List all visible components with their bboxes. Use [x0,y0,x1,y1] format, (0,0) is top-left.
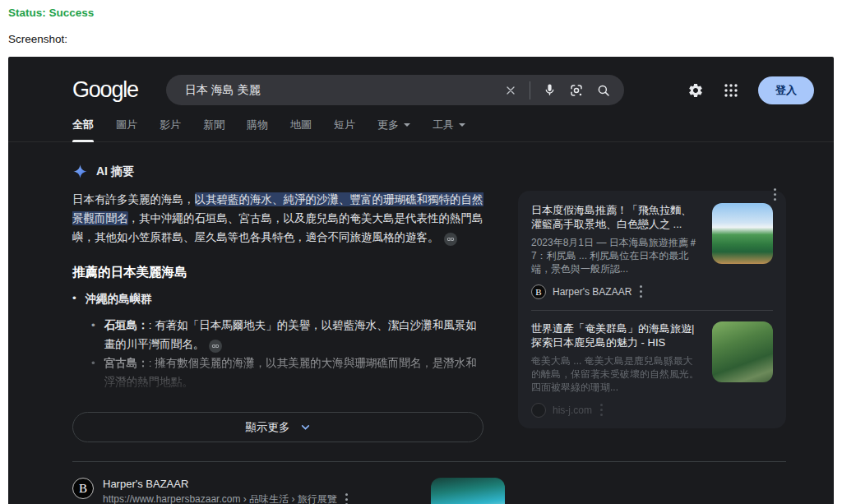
card-menu-icon[interactable] [638,284,644,299]
tab-more-label: 更多 [377,118,399,132]
sign-in-button[interactable]: 登入 [758,76,814,104]
card-snippet: 2023年8月1日 — 日本海島旅遊推薦＃7：利尻島 ... 利尻島位在日本的最… [531,236,701,275]
result-thumbnail-beach[interactable] [431,478,505,504]
sparkle-icon [72,164,88,179]
card-thumbnail-train[interactable] [712,203,773,264]
result-menu-icon[interactable] [344,492,349,504]
google-header: Google 日本 海島 美麗 [8,57,834,105]
card-menu-icon[interactable] [599,402,604,418]
screenshot: Google 日本 海島 美麗 [8,57,834,504]
section-divider [72,461,786,462]
tab-tools-label: 工具 [433,118,454,132]
island-name: 宮古島： [104,357,149,369]
island-list: 石垣島：: 有著如「日本馬爾地夫」的美譽，以碧藍海水、潔白沙灘和風景如畫的川平灣… [72,316,483,391]
lens-camera-icon[interactable] [569,83,584,98]
card-harpers[interactable]: 日本度假海島推薦！「飛魚拉麵、灌籃高手取景地、白色戀人之 ... 2023年8月… [531,203,773,299]
card-title[interactable]: 日本度假海島推薦！「飛魚拉麵、灌籃高手取景地、白色戀人之 ... [531,203,701,231]
searchbox-icons [504,81,611,99]
ai-text-pre: 日本有許多美麗的海島， [72,193,195,206]
chevron-down-icon [404,123,410,127]
tab-shopping[interactable]: 購物 [247,118,268,141]
card-source-row: B Harper's BAZAAR [531,284,701,299]
island-name: 石垣島： [104,319,149,331]
favicon [531,403,546,418]
list-item-miyako: 宮古島：: 擁有數個美麗的海灘，以其美麗的大海與珊瑚礁而聞名，是潛水和浮潛的熱門… [91,354,483,391]
island-group-label: 沖繩的島嶼群 [86,292,152,307]
ai-overview: AI 摘要 日本有許多美麗的海島，以其碧藍的海水、純淨的沙灘、豐富的珊瑚礁和獨特… [72,164,483,442]
card-snippet: 奄美大島 ... 奄美大島是鹿兒島縣最大的離島，保留著未受破壞的自然風光。 四面… [531,354,701,394]
page: Status: Success Screenshot: Google 日本 海島… [0,0,842,504]
card-source-row: his-j.com [531,402,701,418]
ai-overview-label: AI 摘要 [96,164,134,179]
tab-shorts[interactable]: 短片 [334,118,355,141]
organic-result: B Harper's BAZAAR https://www.harpersbaz… [72,478,786,504]
card-divider [531,310,773,311]
favicon: B [531,284,546,299]
tab-videos[interactable]: 影片 [160,118,181,141]
search-tabs: 全部 圖片 影片 新聞 購物 地圖 短片 更多 工具 [8,118,834,142]
card-title[interactable]: 世界遺產「奄美群島」的海島旅遊|探索日本鹿兒島的魅力 - HIS [531,321,701,349]
citation-link-icon[interactable] [209,340,222,353]
sidebar-cards: 日本度假海島推薦！「飛魚拉麵、灌籃高手取景地、白色戀人之 ... 2023年8月… [518,191,786,442]
search-icon[interactable] [596,83,611,98]
island-desc: : 擁有數個美麗的海灘，以其美麗的大海與珊瑚礁而聞名，是潛水和浮潛的熱門地點。 [104,357,477,388]
card-thumbnail-garden[interactable] [712,321,773,382]
island-group-item: 沖繩的島嶼群 [72,292,483,307]
header-right: 登入 [687,76,814,104]
ai-overview-header: AI 摘要 [72,164,483,179]
tab-images[interactable]: 圖片 [116,118,137,141]
tab-news[interactable]: 新聞 [203,118,224,141]
ai-overview-paragraph: 日本有許多美麗的海島，以其碧藍的海水、純淨的沙灘、豐富的珊瑚礁和獨特的自然景觀而… [72,190,483,247]
searchbox-divider [530,81,530,99]
ai-recommendations-heading: 推薦的日本美麗海島 [72,264,483,281]
list-item-ishigaki: 石垣島：: 有著如「日本馬爾地夫」的美譽，以碧藍海水、潔白沙灘和風景如畫的川平灣… [91,316,483,354]
status-text: Status: Success [8,7,834,19]
island-desc: : 有著如「日本馬爾地夫」的美譽，以碧藍海水、潔白沙灘和風景如畫的川平灣而聞名。 [104,319,477,350]
card-source-name: Harper's BAZAAR [553,286,632,298]
result-source-row[interactable]: B Harper's BAZAAR https://www.harpersbaz… [72,478,418,504]
apps-grid-icon[interactable] [724,83,738,98]
show-more-button[interactable]: 顯示更多 [72,412,483,442]
close-icon[interactable] [504,84,517,97]
chevron-down-icon [300,422,311,432]
citation-link-icon[interactable] [444,233,457,246]
breadcrumb: https://www.harpersbazaar.com › 品味生活 › 旅… [103,492,337,504]
tab-tools[interactable]: 工具 [433,118,465,141]
ai-text-post: ，其中沖繩的石垣島、宮古島，以及鹿兒島的奄美大島是代表性的熱門島嶼，其他如小笠原… [72,212,483,243]
card-his[interactable]: 世界遺產「奄美群島」的海島旅遊|探索日本鹿兒島的魅力 - HIS 奄美大島 ..… [531,321,773,418]
card-source-name: his-j.com [553,405,592,416]
show-more-label: 顯示更多 [246,420,290,435]
search-input[interactable]: 日本 海島 美麗 [185,83,504,98]
results-content: AI 摘要 日本有許多美麗的海島，以其碧藍的海水、純淨的沙灘、豐富的珊瑚礁和獨特… [8,164,834,504]
settings-gear-icon[interactable] [687,82,704,99]
google-logo[interactable]: Google [72,77,138,103]
result-source-name: Harper's BAZAAR [103,478,349,490]
favicon: B [72,478,94,499]
ai-overview-menu-icon[interactable] [772,187,778,202]
screenshot-label: Screenshot: [8,33,834,45]
tab-maps[interactable]: 地圖 [290,118,312,141]
chevron-down-icon [459,123,465,127]
tab-more[interactable]: 更多 [377,118,410,141]
microphone-icon[interactable] [543,83,557,97]
search-box[interactable]: 日本 海島 美麗 [166,75,624,105]
tab-all[interactable]: 全部 [72,118,94,141]
